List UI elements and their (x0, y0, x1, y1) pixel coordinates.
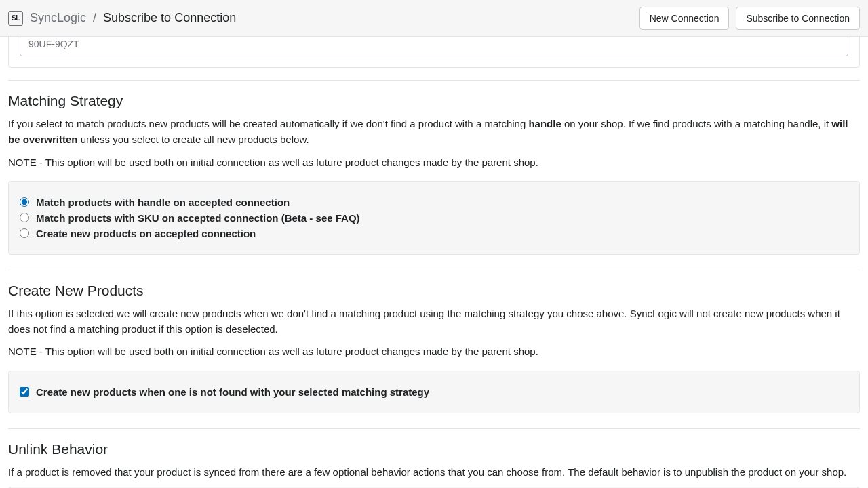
new-connection-button[interactable]: New Connection (639, 7, 730, 30)
create-new-products-section: Create New Products If this option is se… (8, 270, 860, 429)
matching-radio-label[interactable]: Match products with handle on accepted c… (36, 197, 290, 208)
create-new-checkbox-row[interactable]: Create new products when one is not foun… (20, 386, 848, 398)
top-bar: SL SyncLogic / Subscribe to Connection N… (0, 0, 868, 37)
matching-strategy-section: Matching Strategy If you select to match… (8, 81, 860, 270)
subscribe-to-connection-button[interactable]: Subscribe to Connection (736, 7, 860, 30)
matching-options-panel: Match products with handle on accepted c… (8, 181, 860, 255)
matching-note: NOTE - This option will be used both on … (8, 155, 860, 170)
matching-radio-create[interactable] (20, 228, 29, 238)
section-title: Matching Strategy (8, 93, 860, 109)
breadcrumb-current: Subscribe to Connection (103, 11, 236, 25)
create-new-options-panel: Create new products when one is not foun… (8, 371, 860, 413)
create-new-note: NOTE - This option will be used both on … (8, 344, 860, 359)
create-new-checkbox[interactable] (20, 387, 29, 396)
unlink-description: If a product is removed that your produc… (8, 464, 860, 480)
matching-radio-label[interactable]: Create new products on accepted connecti… (36, 228, 256, 239)
truncated-settings-card: 90UF-9QZT (8, 31, 860, 68)
matching-radio-handle[interactable] (20, 197, 29, 207)
matching-description: If you select to match products new prod… (8, 116, 860, 148)
breadcrumb-separator: / (93, 11, 96, 25)
section-title: Create New Products (8, 283, 860, 299)
matching-option-create[interactable]: Create new products on accepted connecti… (20, 228, 848, 239)
breadcrumb: SL SyncLogic / Subscribe to Connection (8, 11, 236, 26)
brand-name: SyncLogic (30, 11, 86, 25)
connection-code-value: 90UF-9QZT (28, 39, 79, 49)
matching-radio-label[interactable]: Match products with SKU on accepted conn… (36, 212, 360, 224)
create-new-checkbox-label[interactable]: Create new products when one is not foun… (36, 386, 429, 398)
unlink-behavior-section: Unlink Behavior If a product is removed … (8, 429, 860, 489)
matching-option-sku[interactable]: Match products with SKU on accepted conn… (20, 212, 848, 224)
section-title: Unlink Behavior (8, 441, 860, 458)
matching-option-handle[interactable]: Match products with handle on accepted c… (20, 197, 848, 208)
create-new-description: If this option is selected we will creat… (8, 306, 860, 338)
matching-radio-sku[interactable] (20, 213, 29, 222)
app-logo-icon: SL (8, 11, 23, 26)
